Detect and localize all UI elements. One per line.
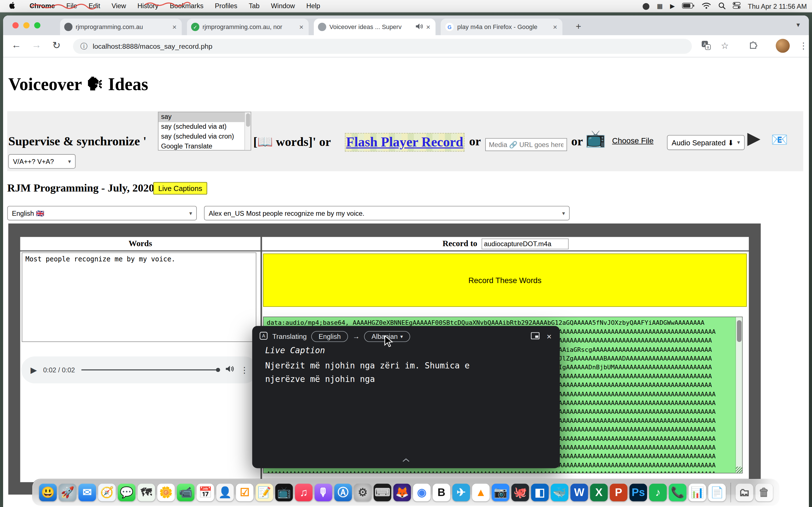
address-bar[interactable]: ⓘ localhost:8888/macos_say_record.php (73, 39, 692, 54)
dock-icon-podcasts[interactable]: 🎙 (315, 484, 332, 501)
profile-avatar[interactable] (776, 39, 790, 53)
say-option[interactable]: Google Translate (158, 142, 251, 151)
dock-icon-github[interactable]: 🐙 (511, 484, 529, 501)
play-audio-button[interactable]: ▶ (747, 128, 760, 148)
dock-icon-appstore[interactable]: Ⓐ (335, 484, 352, 501)
say-option[interactable]: say (158, 112, 251, 122)
dock-icon-word[interactable]: W (570, 484, 588, 501)
tab-rjmprogramming-2[interactable]: ✓ rjmprogramming.com.au, nor × (187, 18, 309, 35)
dock-icon-facetime[interactable]: 📹 (177, 484, 194, 501)
dock-icon-photos[interactable]: 🌼 (157, 484, 174, 501)
dock-icon-whatsapp[interactable]: 📞 (669, 484, 686, 501)
language-select[interactable]: English 🇬🇧▾ (7, 206, 197, 220)
chevron-up-icon[interactable] (402, 455, 410, 464)
live-caption-popup[interactable]: A Translating English → Albanian ▾ × Liv… (252, 326, 560, 468)
menu-help[interactable]: Help (301, 0, 326, 12)
bookmark-star-icon[interactable]: ☆ (721, 40, 729, 51)
spotlight-search-icon[interactable] (718, 2, 726, 10)
dock-icon-messages[interactable]: 💬 (118, 484, 135, 501)
tab-voiceover-ideas-active[interactable]: Voiceover ideas ... Superv × (314, 18, 436, 35)
tab-close-icon[interactable]: × (552, 23, 558, 31)
dock-icon-reminders[interactable]: ☑ (236, 484, 253, 501)
menu-window[interactable]: Window (265, 0, 301, 12)
voice-select[interactable]: Alex en_US Most people recognize me by m… (204, 206, 570, 220)
record-filename-input[interactable] (481, 238, 568, 249)
new-tab-button[interactable]: + (572, 20, 585, 33)
keyboard-grid-icon[interactable]: ▦ (657, 0, 663, 12)
forward-button[interactable]: → (32, 40, 42, 51)
dock-icon-mail[interactable]: ✉ (79, 484, 96, 501)
dock-icon-system-preferences[interactable]: ⚙ (354, 484, 371, 501)
translate-icon[interactable]: Aa (701, 40, 711, 52)
tab-close-icon[interactable]: × (171, 23, 177, 31)
source-language-pill[interactable]: English (311, 331, 348, 342)
dock-icon-finder[interactable]: 😃 (39, 484, 57, 501)
va-mode-select[interactable]: V/A++? V+A?▾ (8, 154, 75, 168)
close-window-button[interactable] (12, 22, 18, 29)
dock-icon-downloads[interactable]: 🗂 (735, 484, 753, 501)
site-info-icon[interactable]: ⓘ (80, 42, 88, 51)
audio-separated-select[interactable]: Audio Separated ⬇▾ (667, 135, 745, 150)
dock-icon-contacts[interactable]: 👤 (216, 484, 234, 501)
dock-icon-trash[interactable]: 🗑 (755, 484, 773, 501)
dock-icon-safari[interactable]: 🧭 (98, 484, 116, 501)
base64-scrollbar[interactable] (735, 317, 742, 473)
audio-player[interactable]: ▶ 0:02 / 0:02 ⋮ (21, 356, 258, 384)
dock-icon-spotify[interactable]: ♪ (649, 484, 666, 501)
dock-icon-launchpad[interactable]: 🚀 (59, 484, 76, 501)
words-textarea[interactable]: Most people recognize me by my voice. (22, 252, 256, 342)
dock-icon-zoom[interactable]: 📷 (492, 484, 509, 501)
dock-icon-excel[interactable]: X (590, 484, 608, 501)
listbox-scrollbar[interactable] (245, 112, 251, 150)
menu-profiles[interactable]: Profiles (209, 0, 243, 12)
playback-icon[interactable]: ▶ (670, 0, 675, 12)
dock-icon-tv[interactable]: 📺 (275, 484, 293, 501)
say-method-listbox[interactable]: saysay (scheduled via at)say (scheduled … (158, 112, 251, 151)
dock-icon-terminal[interactable]: ⌨ (373, 484, 391, 501)
record-these-words-button[interactable]: Record These Words (263, 253, 747, 307)
reload-button[interactable]: ↻ (52, 40, 61, 51)
flash-player-record-link[interactable]: Flash Player Record (345, 133, 464, 152)
dock-icon-music[interactable]: ♫ (295, 484, 312, 501)
tab-play-m4a-google[interactable]: G play m4a on Firefox - Google × (441, 18, 562, 35)
textarea-resize-grip[interactable] (736, 467, 742, 473)
email-share-icon[interactable]: 📧 (771, 132, 788, 148)
media-url-input[interactable] (485, 138, 567, 151)
tab-rjmprogramming[interactable]: rjmprogramming.com.au × (60, 18, 182, 35)
dock-icon-firefox[interactable]: 🦊 (393, 484, 411, 501)
audio-menu-icon[interactable]: ⋮ (240, 365, 248, 375)
dock-icon-keynote[interactable]: 📊 (689, 484, 706, 501)
close-popup-icon[interactable]: × (547, 332, 552, 341)
dock-icon-vlc[interactable]: ▲ (472, 484, 490, 501)
menu-view[interactable]: View (106, 0, 132, 12)
dock-icon-chrome[interactable]: ◉ (413, 484, 430, 501)
minimize-window-button[interactable] (23, 22, 30, 29)
dock-icon-maps[interactable]: 🗺 (138, 484, 155, 501)
battery-icon[interactable] (682, 2, 695, 10)
audio-volume-icon[interactable] (226, 365, 234, 375)
status-circle-icon[interactable] (643, 3, 650, 10)
dock-icon-pages[interactable]: 📄 (708, 484, 726, 501)
control-center-icon[interactable] (733, 2, 741, 10)
dock-icon-notes[interactable]: 📝 (255, 484, 273, 501)
zoom-window-button[interactable] (34, 22, 40, 29)
wifi-icon[interactable] (702, 2, 711, 10)
dock-icon-docker[interactable]: 🐳 (551, 484, 568, 501)
audio-seek-slider[interactable] (81, 369, 220, 371)
dock-icon-vscode[interactable]: ◧ (531, 484, 549, 501)
dock-icon-calendar[interactable]: 📅 (197, 484, 214, 501)
say-option[interactable]: say (scheduled via cron) (158, 132, 251, 142)
dock-icon-bold-app[interactable]: B (433, 484, 450, 501)
choose-file-button[interactable]: Choose File (612, 136, 654, 145)
extensions-icon[interactable] (749, 40, 758, 52)
back-button[interactable]: ← (11, 40, 21, 51)
tab-close-icon[interactable]: × (298, 23, 305, 31)
menu-tab[interactable]: Tab (243, 0, 265, 12)
tab-audio-icon[interactable] (416, 23, 423, 31)
live-captions-button[interactable]: Live Captions (153, 182, 207, 194)
dock-icon-photoshop[interactable]: Ps (629, 484, 647, 501)
browser-menu-icon[interactable]: ⋮ (799, 40, 808, 51)
dock-icon-telegram[interactable]: ✈ (452, 484, 470, 501)
apple-menu-icon[interactable] (9, 2, 17, 10)
picture-in-picture-icon[interactable] (530, 332, 539, 341)
